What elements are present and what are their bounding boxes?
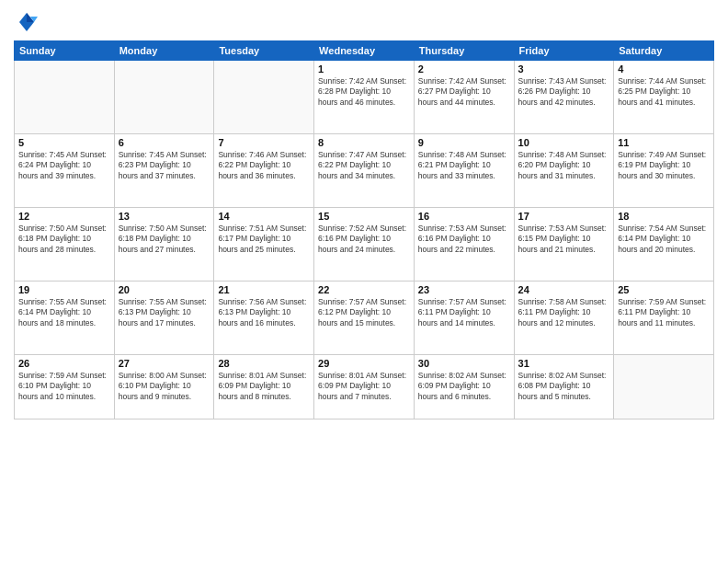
day-info: Sunrise: 7:46 AM Sunset: 6:22 PM Dayligh… bbox=[218, 150, 310, 181]
calendar-cell: 7Sunrise: 7:46 AM Sunset: 6:22 PM Daylig… bbox=[214, 134, 314, 208]
calendar-cell: 20Sunrise: 7:55 AM Sunset: 6:13 PM Dayli… bbox=[114, 282, 214, 355]
day-info: Sunrise: 7:51 AM Sunset: 6:17 PM Dayligh… bbox=[218, 224, 310, 255]
logo-icon bbox=[14, 9, 40, 35]
calendar-cell: 22Sunrise: 7:57 AM Sunset: 6:12 PM Dayli… bbox=[314, 282, 415, 355]
day-info: Sunrise: 7:45 AM Sunset: 6:23 PM Dayligh… bbox=[119, 150, 210, 181]
day-number: 19 bbox=[18, 284, 110, 295]
weekday-thursday: Thursday bbox=[414, 41, 514, 61]
day-number: 9 bbox=[418, 137, 510, 148]
day-number: 14 bbox=[218, 211, 310, 222]
calendar-cell: 14Sunrise: 7:51 AM Sunset: 6:17 PM Dayli… bbox=[214, 208, 314, 282]
calendar-cell bbox=[114, 61, 214, 134]
weekday-wednesday: Wednesday bbox=[314, 41, 415, 61]
day-number: 17 bbox=[518, 211, 610, 222]
day-info: Sunrise: 7:52 AM Sunset: 6:16 PM Dayligh… bbox=[318, 224, 410, 255]
calendar-table: SundayMondayTuesdayWednesdayThursdayFrid… bbox=[14, 40, 714, 419]
day-number: 23 bbox=[418, 284, 510, 295]
day-number: 10 bbox=[518, 137, 610, 148]
calendar-cell: 10Sunrise: 7:48 AM Sunset: 6:20 PM Dayli… bbox=[514, 134, 614, 208]
calendar-cell: 27Sunrise: 8:00 AM Sunset: 6:10 PM Dayli… bbox=[114, 355, 214, 419]
page-container: SundayMondayTuesdayWednesdayThursdayFrid… bbox=[0, 0, 728, 429]
day-number: 8 bbox=[318, 137, 410, 148]
day-info: Sunrise: 8:01 AM Sunset: 6:09 PM Dayligh… bbox=[218, 371, 310, 402]
calendar-cell bbox=[614, 355, 714, 419]
day-number: 18 bbox=[618, 211, 710, 222]
calendar-cell: 29Sunrise: 8:01 AM Sunset: 6:09 PM Dayli… bbox=[314, 355, 415, 419]
day-info: Sunrise: 7:43 AM Sunset: 6:26 PM Dayligh… bbox=[518, 76, 610, 108]
calendar-cell: 17Sunrise: 7:53 AM Sunset: 6:15 PM Dayli… bbox=[514, 208, 614, 282]
calendar-cell: 19Sunrise: 7:55 AM Sunset: 6:14 PM Dayli… bbox=[15, 282, 115, 355]
calendar-cell: 6Sunrise: 7:45 AM Sunset: 6:23 PM Daylig… bbox=[114, 134, 214, 208]
day-info: Sunrise: 7:57 AM Sunset: 6:11 PM Dayligh… bbox=[418, 297, 510, 328]
calendar-cell: 15Sunrise: 7:52 AM Sunset: 6:16 PM Dayli… bbox=[314, 208, 415, 282]
day-info: Sunrise: 7:48 AM Sunset: 6:21 PM Dayligh… bbox=[418, 150, 510, 181]
day-info: Sunrise: 7:59 AM Sunset: 6:11 PM Dayligh… bbox=[618, 297, 710, 328]
calendar-week-2: 12Sunrise: 7:50 AM Sunset: 6:18 PM Dayli… bbox=[15, 208, 714, 282]
calendar-cell: 26Sunrise: 7:59 AM Sunset: 6:10 PM Dayli… bbox=[15, 355, 115, 419]
calendar-cell: 30Sunrise: 8:02 AM Sunset: 6:09 PM Dayli… bbox=[414, 355, 514, 419]
day-number: 15 bbox=[318, 211, 410, 222]
day-number: 28 bbox=[218, 358, 310, 369]
day-number: 21 bbox=[218, 284, 310, 295]
day-info: Sunrise: 7:49 AM Sunset: 6:19 PM Dayligh… bbox=[618, 150, 710, 181]
day-number: 29 bbox=[318, 358, 410, 369]
day-number: 3 bbox=[518, 63, 610, 75]
day-info: Sunrise: 7:42 AM Sunset: 6:28 PM Dayligh… bbox=[318, 76, 410, 108]
day-info: Sunrise: 7:55 AM Sunset: 6:13 PM Dayligh… bbox=[119, 297, 210, 328]
day-number: 7 bbox=[218, 137, 310, 148]
day-info: Sunrise: 8:02 AM Sunset: 6:09 PM Dayligh… bbox=[418, 371, 510, 402]
calendar-cell: 18Sunrise: 7:54 AM Sunset: 6:14 PM Dayli… bbox=[614, 208, 714, 282]
day-number: 22 bbox=[318, 284, 410, 295]
day-number: 20 bbox=[119, 284, 210, 295]
day-number: 1 bbox=[318, 63, 410, 75]
calendar-cell: 24Sunrise: 7:58 AM Sunset: 6:11 PM Dayli… bbox=[514, 282, 614, 355]
day-info: Sunrise: 7:47 AM Sunset: 6:22 PM Dayligh… bbox=[318, 150, 410, 181]
calendar-cell: 4Sunrise: 7:44 AM Sunset: 6:25 PM Daylig… bbox=[614, 61, 714, 134]
day-info: Sunrise: 7:53 AM Sunset: 6:16 PM Dayligh… bbox=[418, 224, 510, 255]
day-info: Sunrise: 7:44 AM Sunset: 6:25 PM Dayligh… bbox=[618, 76, 710, 108]
calendar-cell: 28Sunrise: 8:01 AM Sunset: 6:09 PM Dayli… bbox=[214, 355, 314, 419]
day-info: Sunrise: 8:02 AM Sunset: 6:08 PM Dayligh… bbox=[518, 371, 610, 402]
day-info: Sunrise: 7:53 AM Sunset: 6:15 PM Dayligh… bbox=[518, 224, 610, 255]
day-number: 26 bbox=[18, 358, 110, 369]
calendar-week-3: 19Sunrise: 7:55 AM Sunset: 6:14 PM Dayli… bbox=[15, 282, 714, 355]
day-number: 5 bbox=[18, 137, 110, 148]
day-number: 25 bbox=[618, 284, 710, 295]
calendar-cell: 23Sunrise: 7:57 AM Sunset: 6:11 PM Dayli… bbox=[414, 282, 514, 355]
day-number: 13 bbox=[119, 211, 210, 222]
calendar-cell: 16Sunrise: 7:53 AM Sunset: 6:16 PM Dayli… bbox=[414, 208, 514, 282]
day-number: 6 bbox=[119, 137, 210, 148]
calendar-cell: 13Sunrise: 7:50 AM Sunset: 6:18 PM Dayli… bbox=[114, 208, 214, 282]
weekday-sunday: Sunday bbox=[15, 41, 115, 61]
day-info: Sunrise: 7:48 AM Sunset: 6:20 PM Dayligh… bbox=[518, 150, 610, 181]
day-number: 24 bbox=[518, 284, 610, 295]
weekday-header-row: SundayMondayTuesdayWednesdayThursdayFrid… bbox=[15, 41, 714, 61]
calendar-cell: 25Sunrise: 7:59 AM Sunset: 6:11 PM Dayli… bbox=[614, 282, 714, 355]
day-number: 30 bbox=[418, 358, 510, 369]
calendar-cell: 21Sunrise: 7:56 AM Sunset: 6:13 PM Dayli… bbox=[214, 282, 314, 355]
day-info: Sunrise: 7:50 AM Sunset: 6:18 PM Dayligh… bbox=[119, 224, 210, 255]
day-number: 11 bbox=[618, 137, 710, 148]
calendar-cell bbox=[15, 61, 115, 134]
logo bbox=[14, 9, 43, 35]
day-info: Sunrise: 7:45 AM Sunset: 6:24 PM Dayligh… bbox=[18, 150, 110, 181]
day-info: Sunrise: 7:50 AM Sunset: 6:18 PM Dayligh… bbox=[18, 224, 110, 255]
calendar-cell: 31Sunrise: 8:02 AM Sunset: 6:08 PM Dayli… bbox=[514, 355, 614, 419]
weekday-friday: Friday bbox=[514, 41, 614, 61]
calendar-week-0: 1Sunrise: 7:42 AM Sunset: 6:28 PM Daylig… bbox=[15, 61, 714, 134]
day-info: Sunrise: 8:00 AM Sunset: 6:10 PM Dayligh… bbox=[119, 371, 210, 402]
day-number: 2 bbox=[418, 63, 510, 75]
weekday-monday: Monday bbox=[114, 41, 214, 61]
calendar-cell: 11Sunrise: 7:49 AM Sunset: 6:19 PM Dayli… bbox=[614, 134, 714, 208]
day-info: Sunrise: 7:57 AM Sunset: 6:12 PM Dayligh… bbox=[318, 297, 410, 328]
calendar-week-1: 5Sunrise: 7:45 AM Sunset: 6:24 PM Daylig… bbox=[15, 134, 714, 208]
day-info: Sunrise: 7:59 AM Sunset: 6:10 PM Dayligh… bbox=[18, 371, 110, 402]
day-info: Sunrise: 7:56 AM Sunset: 6:13 PM Dayligh… bbox=[218, 297, 310, 328]
weekday-tuesday: Tuesday bbox=[214, 41, 314, 61]
calendar-cell: 12Sunrise: 7:50 AM Sunset: 6:18 PM Dayli… bbox=[15, 208, 115, 282]
calendar-cell: 9Sunrise: 7:48 AM Sunset: 6:21 PM Daylig… bbox=[414, 134, 514, 208]
day-info: Sunrise: 7:54 AM Sunset: 6:14 PM Dayligh… bbox=[618, 224, 710, 255]
day-number: 12 bbox=[18, 211, 110, 222]
calendar-cell: 8Sunrise: 7:47 AM Sunset: 6:22 PM Daylig… bbox=[314, 134, 415, 208]
calendar-cell: 5Sunrise: 7:45 AM Sunset: 6:24 PM Daylig… bbox=[15, 134, 115, 208]
